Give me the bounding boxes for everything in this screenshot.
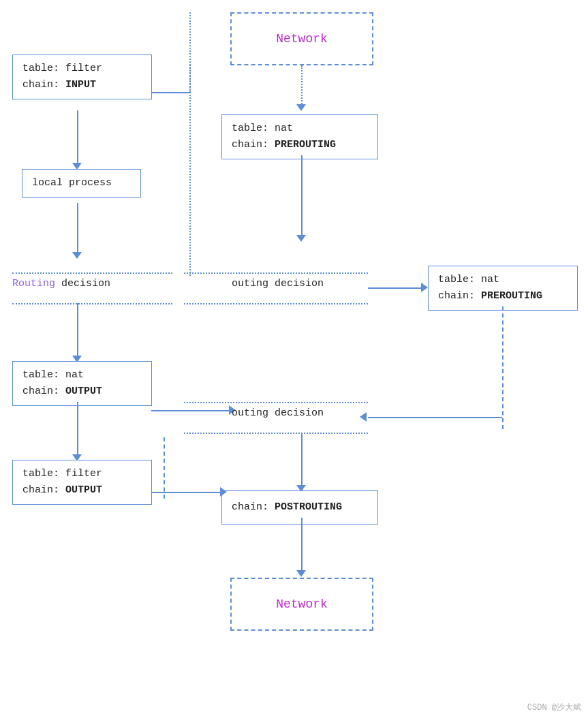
filter-input-box: table: filter chain: INPUT: [12, 54, 152, 99]
arrow-postrouting-to-network: [296, 570, 306, 577]
routing-center-label: outing decision: [232, 278, 324, 289]
filter-output-box: table: filter chain: OUTPUT: [12, 460, 152, 505]
line-filter-output-to-postrouting: [151, 492, 221, 493]
line-routing-left-down: [77, 303, 78, 358]
routing-center-top-dot: [184, 272, 368, 274]
line-filter-to-local: [77, 110, 78, 165]
filter-input-line1: table: filter: [22, 61, 142, 77]
line-postrouting-to-network: [301, 518, 303, 572]
network-top-label: Network: [276, 32, 328, 46]
routing-bottom-bottom-dot: [184, 433, 368, 434]
line-routing-to-nat-right: [368, 287, 424, 289]
network-top-box: Network: [230, 12, 373, 65]
postrouting-box: chain: POSTROUTING: [221, 490, 378, 525]
local-process-box: local process: [22, 169, 141, 198]
nat-prerouting-right-box: table: nat chain: PREROUTING: [428, 266, 578, 311]
nat-output-box: table: nat chain: OUTPUT: [12, 361, 152, 406]
nat-output-line1: table: nat: [22, 367, 142, 384]
watermark: CSDN @沙大斌: [527, 702, 581, 713]
routing-center-bottom-dot: [184, 303, 368, 304]
filter-output-line2: chain: OUTPUT: [22, 482, 142, 499]
arrow-from-right-to-routing: [360, 412, 367, 422]
routing-bottom-label: outing decision: [232, 407, 324, 419]
nat-output-line2: chain: OUTPUT: [22, 384, 142, 400]
arrow-prerouting-to-routing: [296, 235, 306, 242]
routing-left-label: Routing decision: [12, 278, 110, 289]
line-left-dashed: [164, 437, 165, 499]
nat-prerouting-box: table: nat chain: PREROUTING: [221, 114, 378, 159]
arrow-routing-right: [421, 283, 428, 292]
line-routing-bottom-to-postrouting: [301, 433, 303, 487]
network-bottom-box: Network: [230, 578, 373, 631]
line-right-to-routing-bottom: [368, 417, 502, 418]
line-local-down: [77, 203, 78, 254]
nat-prerouting-line1: table: nat: [232, 121, 368, 137]
line-left-vertical-dotted: [189, 65, 191, 276]
arrow-to-postrouting: [220, 487, 227, 497]
routing-bottom-top-dot: [184, 402, 368, 403]
local-process-label: local process: [32, 175, 131, 191]
line-prerouting-to-routing: [301, 155, 303, 237]
nat-prerouting-right-line2: chain: PREROUTING: [438, 288, 568, 304]
nat-prerouting-line2: chain: PREROUTING: [232, 137, 368, 153]
line-nat-output-to-routing2: [151, 410, 232, 411]
filter-output-line1: table: filter: [22, 466, 142, 482]
network-bottom-label: Network: [276, 597, 328, 611]
line-nat-right-down: [502, 307, 504, 429]
routing-left-top-dot: [12, 272, 172, 274]
arrow-local-to-routing: [72, 252, 82, 259]
routing-left-bottom-dot: [12, 303, 172, 304]
network-diagram: Network table: filter chain: INPUT local…: [0, 0, 588, 720]
postrouting-line1: chain: POSTROUTING: [232, 499, 368, 516]
nat-prerouting-right-line1: table: nat: [438, 272, 568, 288]
line-nat-output-down: [77, 402, 78, 456]
arrow-network-to-prerouting: [296, 104, 306, 111]
line-network-top-down: [301, 65, 303, 106]
filter-input-line2: chain: INPUT: [22, 77, 142, 93]
